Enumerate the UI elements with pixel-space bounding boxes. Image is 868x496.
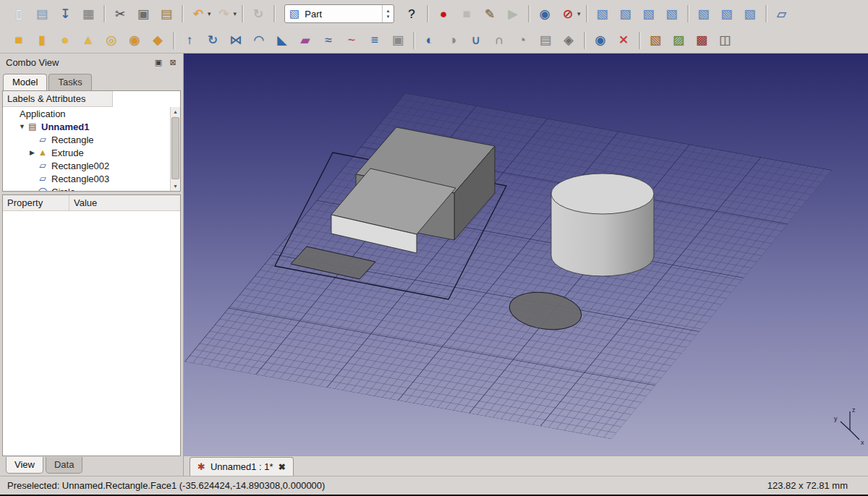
- cut-icon[interactable]: ✂: [111, 4, 129, 23]
- tree-item-application[interactable]: Application: [3, 107, 170, 120]
- part-join-cutout-icon[interactable]: ▩: [692, 31, 711, 50]
- part-fillet-icon[interactable]: ◠: [250, 31, 268, 50]
- toolbar-file-edit-group: ▯▤↧▦✂▣▤↶▾↷▾↻: [7, 4, 278, 23]
- part-chamfer-icon[interactable]: ◣: [273, 31, 292, 50]
- copy-icon[interactable]: ▣: [134, 4, 153, 23]
- macro-play-icon[interactable]: ▶: [503, 4, 522, 23]
- property-editor-body[interactable]: [3, 211, 180, 456]
- float-panel-button[interactable]: ▣: [153, 56, 164, 68]
- part-join-connect-icon[interactable]: ▧: [646, 31, 665, 50]
- spinner-up-icon[interactable]: ▴: [387, 8, 390, 14]
- draw-style-group[interactable]: ⊘▾: [556, 4, 582, 23]
- view-left-icon[interactable]: ▧: [741, 4, 760, 23]
- part-boolean-icon[interactable]: ◐: [420, 31, 439, 50]
- part-sweep-icon[interactable]: ~: [342, 31, 361, 50]
- refresh-icon[interactable]: ↻: [249, 4, 268, 23]
- cylinder[interactable]: [551, 174, 654, 276]
- view-isometric-icon[interactable]: ▧: [593, 4, 612, 23]
- document-tab[interactable]: ✱ Unnamed1 : 1* ✖: [190, 457, 294, 476]
- undo-dropdown-caret[interactable]: ▾: [208, 10, 211, 17]
- save-icon[interactable]: ↧: [56, 4, 75, 23]
- part-split-slice-icon[interactable]: ◫: [715, 31, 734, 50]
- rectangle-icon: ▱: [37, 174, 48, 184]
- part-torus-icon[interactable]: ◎: [102, 31, 121, 50]
- redo-group[interactable]: ↷▾: [213, 4, 239, 23]
- measure-icon[interactable]: ▱: [773, 4, 791, 23]
- combo-view-titlebar: Combo View ▣ ⊠: [0, 54, 183, 71]
- macro-record-icon[interactable]: ●: [434, 4, 453, 23]
- tree-scrollbar[interactable]: ▲ ▼: [170, 107, 180, 191]
- part-thickness-icon[interactable]: ▣: [388, 31, 407, 50]
- whats-this-icon[interactable]: ?: [402, 4, 421, 23]
- undo-group[interactable]: ↶▾: [187, 4, 213, 23]
- macro-edit-icon[interactable]: ✎: [480, 4, 499, 23]
- view-rear-icon[interactable]: ▧: [694, 4, 713, 23]
- axis-x-label: x: [861, 439, 864, 446]
- 3d-viewport[interactable]: z y x: [184, 54, 868, 456]
- part-tube-icon[interactable]: ◉: [125, 31, 144, 50]
- part-cut-icon[interactable]: ◑: [443, 31, 462, 50]
- draw-style-icon[interactable]: ⊘: [558, 4, 577, 23]
- tree-expander-icon[interactable]: ▼: [17, 123, 27, 130]
- part-revolve-icon[interactable]: ↻: [203, 31, 222, 50]
- view-front-icon[interactable]: ▧: [616, 4, 635, 23]
- tree-item-rectangle003[interactable]: ▱Rectangle003: [3, 172, 170, 185]
- document-tab-close-icon[interactable]: ✖: [278, 462, 286, 472]
- tree-expander-icon[interactable]: ▶: [27, 149, 37, 156]
- part-cross-sections-icon[interactable]: ▤: [536, 31, 555, 50]
- part-mirror-icon[interactable]: ⋈: [226, 31, 245, 50]
- part-cylinder-icon[interactable]: ▮: [33, 31, 51, 50]
- close-panel-button[interactable]: ⊠: [167, 56, 179, 68]
- undo-icon[interactable]: ↶: [189, 4, 208, 23]
- part-intersection-icon[interactable]: ∩: [490, 31, 509, 50]
- tree-item-rectangle[interactable]: ▱Rectangle: [3, 133, 170, 146]
- view-right-icon[interactable]: ▧: [663, 4, 681, 23]
- open-folder-icon[interactable]: ▤: [33, 4, 51, 23]
- part-section-icon[interactable]: ◔: [513, 31, 532, 50]
- part-defeaturing-icon[interactable]: ✕: [614, 31, 633, 50]
- tree-item-extrude[interactable]: ▶▲Extrude: [3, 146, 170, 159]
- part-join-embed-icon[interactable]: ▨: [669, 31, 688, 50]
- part-offset-icon[interactable]: ≡: [365, 31, 384, 50]
- new-document-icon[interactable]: ▯: [9, 4, 28, 23]
- part-primitives-icon[interactable]: ◆: [148, 31, 167, 50]
- toolbar-separator: [765, 5, 767, 22]
- part-ruled-surface-icon[interactable]: ▰: [296, 31, 315, 50]
- tab-data-properties[interactable]: Data: [46, 457, 82, 474]
- workbench-selected-value: Part: [305, 9, 382, 20]
- zoom-fit-icon[interactable]: ◉: [535, 4, 554, 23]
- tab-tasks[interactable]: Tasks: [48, 74, 91, 90]
- part-extrude-icon[interactable]: ↑: [180, 31, 199, 50]
- axis-indicator: z y x: [834, 406, 864, 446]
- scroll-up-icon[interactable]: ▲: [171, 107, 180, 116]
- scroll-down-icon[interactable]: ▼: [171, 181, 180, 191]
- part-check-geometry-icon[interactable]: ◉: [591, 31, 610, 50]
- tab-model[interactable]: Model: [3, 74, 47, 90]
- redo-icon[interactable]: ↷: [215, 4, 234, 23]
- tree-item-unnamed1[interactable]: ▼▤Unnamed1: [3, 120, 170, 133]
- view-bottom-icon[interactable]: ▧: [718, 4, 736, 23]
- 3d-scene: z y x: [184, 54, 868, 456]
- tree-item-circle[interactable]: ◯Circle: [3, 185, 170, 192]
- part-compound-icon[interactable]: ◈: [559, 31, 578, 50]
- circle-icon: ◯: [37, 187, 48, 192]
- part-sphere-icon[interactable]: ●: [56, 31, 75, 50]
- part-union-icon[interactable]: ∪: [467, 31, 485, 50]
- draw-style-dropdown-caret[interactable]: ▾: [577, 10, 581, 17]
- macro-stop-icon[interactable]: ■: [457, 4, 476, 23]
- part-box-icon[interactable]: ■: [9, 31, 28, 50]
- paste-icon[interactable]: ▤: [157, 4, 176, 23]
- redo-dropdown-caret[interactable]: ▾: [234, 10, 237, 17]
- rectangle-icon: ▱: [37, 161, 48, 171]
- view-top-icon[interactable]: ▧: [639, 4, 658, 23]
- print-icon[interactable]: ▦: [79, 4, 98, 23]
- tree-item-rectangle002[interactable]: ▱Rectangle002: [3, 159, 170, 172]
- workbench-spinner[interactable]: ▴ ▾: [382, 5, 393, 22]
- spinner-down-icon[interactable]: ▾: [387, 14, 390, 20]
- cylinder-top-face[interactable]: [551, 174, 654, 214]
- workbench-selector[interactable]: ▧ Part ▴ ▾: [284, 4, 394, 23]
- part-cone-icon[interactable]: ▲: [79, 31, 98, 50]
- tab-view-properties[interactable]: View: [6, 457, 43, 474]
- part-loft-icon[interactable]: ≈: [319, 31, 338, 50]
- scrollbar-thumb[interactable]: [171, 117, 179, 179]
